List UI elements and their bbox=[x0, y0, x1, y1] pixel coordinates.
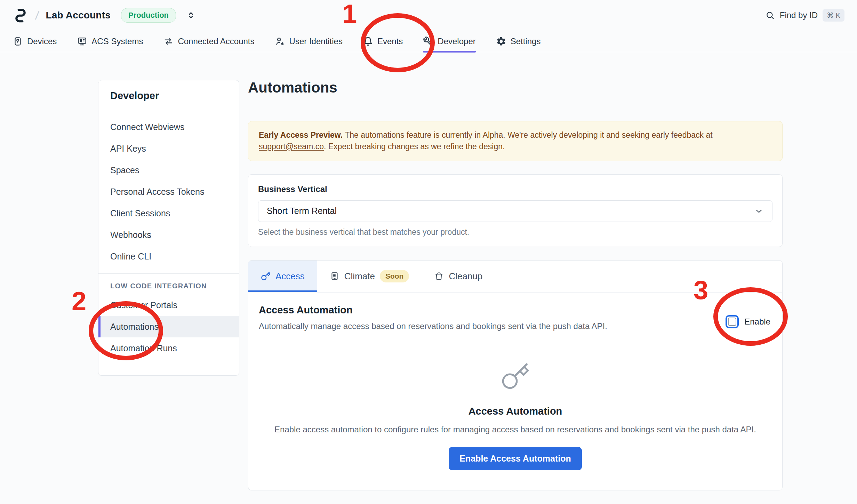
sidebar-item-online-cli[interactable]: Online CLI bbox=[98, 246, 239, 267]
tab-label: Cleanup bbox=[449, 271, 482, 282]
seam-logo-icon[interactable] bbox=[13, 7, 29, 23]
active-tab-underline bbox=[248, 290, 317, 292]
tab-acs-systems[interactable]: ACS Systems bbox=[77, 31, 143, 52]
tab-developer[interactable]: Developer bbox=[423, 31, 475, 52]
business-vertical-label: Business Vertical bbox=[258, 184, 772, 194]
tab-events[interactable]: Events bbox=[363, 31, 403, 52]
building-icon bbox=[330, 271, 339, 281]
trash-icon bbox=[434, 271, 444, 281]
alert-text: . Expect breaking changes as we refine t… bbox=[324, 142, 505, 151]
developer-sidebar: Developer Connect Webviews API Keys Spac… bbox=[98, 80, 239, 376]
environment-badge: Production bbox=[121, 8, 176, 23]
key-icon bbox=[261, 271, 271, 281]
sidebar-divider bbox=[98, 273, 239, 274]
wrench-icon bbox=[423, 36, 433, 47]
main-content: Automations Early Access Preview. The au… bbox=[248, 79, 783, 490]
tab-devices[interactable]: Devices bbox=[13, 31, 57, 52]
sidebar-item-webhooks[interactable]: Webhooks bbox=[98, 224, 239, 246]
page-title: Automations bbox=[248, 79, 783, 96]
empty-state-description: Enable access automation to configure ru… bbox=[248, 425, 782, 434]
sidebar-item-spaces[interactable]: Spaces bbox=[98, 159, 239, 181]
main-nav: Devices ACS Systems Connected Accounts bbox=[0, 31, 857, 52]
tab-connected-accounts[interactable]: Connected Accounts bbox=[163, 31, 254, 52]
search-icon bbox=[765, 10, 775, 20]
user-identities-icon bbox=[275, 36, 285, 47]
business-vertical-value: Short Term Rental bbox=[267, 206, 337, 216]
section-header-text: Access Automation Automatically manage a… bbox=[259, 304, 607, 331]
breadcrumb: / Lab Accounts Production bbox=[13, 7, 196, 23]
tab-label: ACS Systems bbox=[91, 37, 143, 46]
tab-label: Settings bbox=[511, 37, 541, 46]
active-tab-underline bbox=[423, 51, 475, 53]
access-automation-section-header: Access Automation Automatically manage a… bbox=[248, 293, 782, 331]
chevron-down-icon bbox=[754, 206, 764, 216]
tab-label: Connected Accounts bbox=[178, 37, 254, 46]
sidebar-item-automations[interactable]: Automations bbox=[98, 316, 239, 337]
tab-label: Developer bbox=[438, 37, 475, 46]
find-by-id-button[interactable]: Find by ID ⌘ K bbox=[765, 9, 844, 22]
business-vertical-helper: Select the business vertical that best m… bbox=[258, 227, 772, 237]
sidebar-item-connect-webviews[interactable]: Connect Webviews bbox=[98, 116, 239, 138]
tab-settings[interactable]: Settings bbox=[496, 31, 541, 52]
tab-label: Events bbox=[377, 37, 403, 46]
tab-cleanup[interactable]: Cleanup bbox=[422, 261, 495, 292]
environment-switcher-icon[interactable] bbox=[186, 10, 196, 21]
sidebar-item-client-sessions[interactable]: Client Sessions bbox=[98, 202, 239, 224]
bell-icon bbox=[363, 36, 373, 47]
sidebar-item-personal-access-tokens[interactable]: Personal Access Tokens bbox=[98, 181, 239, 202]
sidebar-item-api-keys[interactable]: API Keys bbox=[98, 138, 239, 159]
sidebar-title: Developer bbox=[110, 90, 227, 102]
checkbox-box bbox=[728, 318, 736, 326]
support-email-link[interactable]: support@seam.co bbox=[259, 142, 324, 151]
alert-text: The automations feature is currently in … bbox=[343, 130, 712, 139]
keyboard-shortcut-badge: ⌘ K bbox=[823, 9, 844, 22]
gear-icon bbox=[496, 36, 506, 47]
acs-systems-icon bbox=[77, 36, 87, 47]
soon-badge: Soon bbox=[380, 270, 409, 282]
automation-tabstrip: Access Climate Soon bbox=[248, 261, 782, 293]
business-vertical-card: Business Vertical Short Term Rental Sele… bbox=[248, 174, 783, 247]
find-by-id-label: Find by ID bbox=[780, 10, 818, 20]
alert-bold-text: Early Access Preview. bbox=[259, 130, 343, 139]
app-header: / Lab Accounts Production Find by ID ⌘ K bbox=[0, 0, 857, 31]
sidebar-item-automation-runs[interactable]: Automation Runs bbox=[98, 337, 239, 359]
tab-label: Devices bbox=[27, 37, 57, 46]
tab-access[interactable]: Access bbox=[248, 261, 317, 292]
section-title: Access Automation bbox=[259, 304, 607, 316]
sidebar-section-label: LOW CODE INTEGRATION bbox=[98, 282, 239, 290]
automation-tabs-card: Access Climate Soon bbox=[248, 260, 783, 490]
section-subtitle: Automatically manage access based on res… bbox=[259, 321, 607, 331]
access-automation-empty-state: Access Automation Enable access automati… bbox=[248, 362, 782, 470]
enable-checkbox[interactable] bbox=[726, 315, 739, 328]
empty-state-title: Access Automation bbox=[248, 406, 782, 417]
business-vertical-select[interactable]: Short Term Rental bbox=[258, 200, 772, 222]
annotation-step-2-number: 2 bbox=[72, 288, 86, 314]
early-access-alert: Early Access Preview. The automations fe… bbox=[248, 121, 783, 161]
tab-climate[interactable]: Climate Soon bbox=[317, 261, 422, 292]
connected-accounts-icon bbox=[163, 36, 174, 47]
sidebar-item-customer-portals[interactable]: Customer Portals bbox=[98, 294, 239, 316]
devices-icon bbox=[13, 36, 23, 47]
tab-user-identities[interactable]: User Identities bbox=[275, 31, 343, 52]
workspace-name: Lab Accounts bbox=[46, 10, 111, 21]
tab-label: Climate bbox=[344, 271, 375, 282]
tab-label: User Identities bbox=[289, 37, 343, 46]
enable-access-automation-button[interactable]: Enable Access Automation bbox=[449, 447, 582, 470]
key-icon bbox=[500, 362, 530, 392]
enable-control: Enable bbox=[726, 313, 770, 331]
tab-label: Access bbox=[275, 271, 305, 282]
enable-label: Enable bbox=[744, 317, 770, 327]
breadcrumb-separator: / bbox=[34, 9, 40, 22]
